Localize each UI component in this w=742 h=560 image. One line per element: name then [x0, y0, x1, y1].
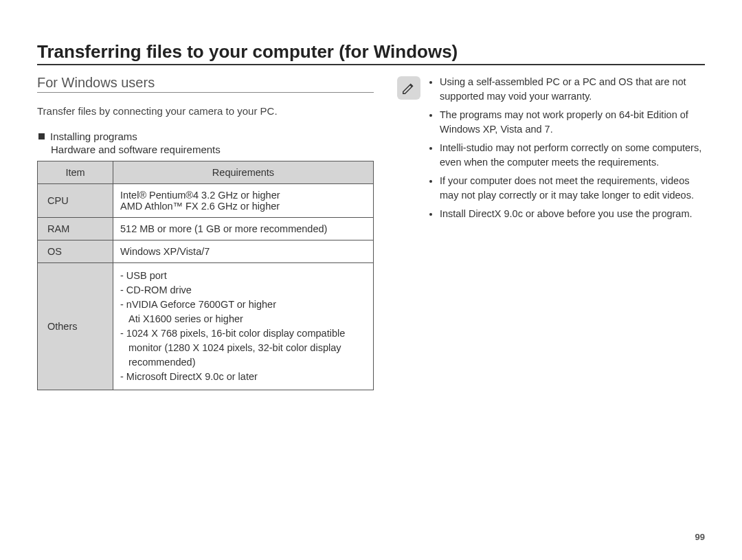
others-l1: - USB port	[120, 269, 366, 283]
install-header: Installing programs	[37, 131, 374, 142]
others-l4: - 1024 X 768 pixels, 16-bit color displa…	[120, 326, 366, 341]
pencil-note-icon	[397, 76, 420, 100]
th-item: Item	[38, 161, 113, 184]
cell-os-req: Windows XP/Vista/7	[113, 240, 374, 263]
note-item: If your computer does not meet the requi…	[440, 174, 705, 203]
cpu-line1: Intel® Pentium®4 3.2 GHz or higher	[120, 190, 366, 201]
others-l3: - nVIDIA Geforce 7600GT or higher	[120, 298, 366, 312]
cell-cpu-req: Intel® Pentium®4 3.2 GHz or higher AMD A…	[113, 184, 374, 218]
note-item: Install DirectX 9.0c or above before you…	[440, 207, 705, 221]
page-title: Transferring files to your computer (for…	[37, 41, 705, 65]
others-l4b: monitor (1280 X 1024 pixels, 32-bit colo…	[120, 341, 366, 355]
requirements-table: Item Requirements CPU Intel® Pentium®4 3…	[37, 161, 374, 390]
table-header-row: Item Requirements	[38, 161, 374, 184]
page-number: 99	[695, 532, 705, 542]
others-l4c: recommended)	[120, 355, 366, 370]
table-row: Others - USB port - CD-ROM drive - nVIDI…	[38, 263, 374, 390]
square-bullet-icon	[38, 133, 45, 139]
cpu-line2: AMD Athlon™ FX 2.6 GHz or higher	[120, 201, 366, 212]
note-list: Using a self-assembled PC or a PC and OS…	[427, 75, 705, 225]
table-row: CPU Intel® Pentium®4 3.2 GHz or higher A…	[38, 184, 374, 218]
cell-others-req: - USB port - CD-ROM drive - nVIDIA Gefor…	[113, 263, 374, 390]
note-item: Intelli-studio may not perform correctly…	[440, 141, 705, 170]
req-header: Hardware and software requirements	[51, 144, 374, 155]
cell-os-item: OS	[38, 240, 113, 263]
note-item: Using a self-assembled PC or a PC and OS…	[440, 75, 705, 104]
right-column: Using a self-assembled PC or a PC and OS…	[397, 75, 705, 390]
cell-others-item: Others	[38, 263, 113, 390]
cell-ram-req: 512 MB or more (1 GB or more recommended…	[113, 218, 374, 240]
install-header-text: Installing programs	[50, 131, 137, 142]
note-item: The programs may not work properly on 64…	[440, 108, 705, 137]
table-row: OS Windows XP/Vista/7	[38, 240, 374, 263]
section-subtitle: For Windows users	[37, 75, 374, 93]
left-column: For Windows users Transfer files by conn…	[37, 75, 374, 390]
others-l5: - Microsoft DirectX 9.0c or later	[120, 370, 366, 384]
others-l3b: Ati X1600 series or higher	[120, 312, 366, 326]
others-l2: - CD-ROM drive	[120, 283, 366, 298]
cell-cpu-item: CPU	[38, 184, 113, 218]
th-req: Requirements	[113, 161, 374, 184]
cell-ram-item: RAM	[38, 218, 113, 240]
note-box: Using a self-assembled PC or a PC and OS…	[397, 75, 705, 225]
intro-text: Transfer files by connecting your camera…	[37, 105, 374, 117]
table-row: RAM 512 MB or more (1 GB or more recomme…	[38, 218, 374, 240]
